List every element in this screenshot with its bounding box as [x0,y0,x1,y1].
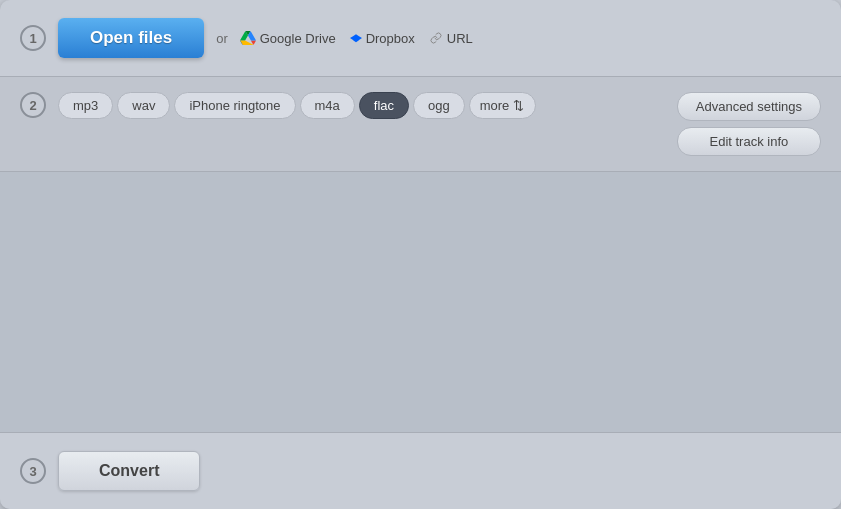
step-3-badge: 3 [20,458,46,484]
edit-track-info-button[interactable]: Edit track info [677,127,821,156]
format-tab-m4a[interactable]: m4a [300,92,355,119]
advanced-settings-button[interactable]: Advanced settings [677,92,821,121]
url-icon [429,32,443,44]
cloud-links: Google Drive Dropbox URL [240,31,473,46]
main-area [0,172,841,432]
app-container: 1 Open files or Google Drive [0,0,841,509]
url-link[interactable]: URL [429,31,473,46]
or-text: or [216,31,228,46]
section-3: 3 Convert [0,432,841,509]
format-tab-flac[interactable]: flac [359,92,409,119]
dropbox-link[interactable]: Dropbox [350,31,415,46]
step-1-badge: 1 [20,25,46,51]
more-formats-select[interactable]: more ⇅ aac wma opus [469,92,536,119]
google-drive-icon [240,31,256,45]
section-2: 2 mp3 wav iPhone ringtone m4a flac ogg m… [0,77,841,172]
section-2-right: Advanced settings Edit track info [677,92,821,156]
url-label: URL [447,31,473,46]
dropbox-icon [350,31,362,45]
step-2-badge: 2 [20,92,46,118]
google-drive-link[interactable]: Google Drive [240,31,336,46]
google-drive-label: Google Drive [260,31,336,46]
format-tab-wav[interactable]: wav [117,92,170,119]
format-tabs: mp3 wav iPhone ringtone m4a flac ogg mor… [58,92,665,119]
dropbox-label: Dropbox [366,31,415,46]
format-tab-ogg[interactable]: ogg [413,92,465,119]
open-files-button[interactable]: Open files [58,18,204,58]
format-tab-iphone-ringtone[interactable]: iPhone ringtone [174,92,295,119]
convert-button[interactable]: Convert [58,451,200,491]
section-1: 1 Open files or Google Drive [0,0,841,77]
format-tab-mp3[interactable]: mp3 [58,92,113,119]
